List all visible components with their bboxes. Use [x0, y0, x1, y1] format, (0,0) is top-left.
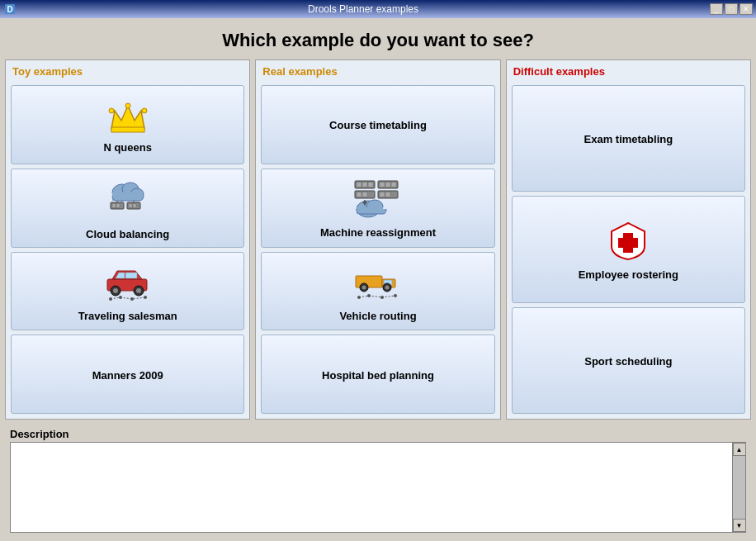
title-bar-buttons: _ □ ✕ [710, 3, 753, 15]
machine-reassignment-card[interactable]: Machine reassignment [261, 168, 494, 248]
difficult-examples-title: Difficult examples [512, 65, 745, 78]
employee-rostering-card[interactable]: Employee rostering [512, 196, 745, 302]
svg-point-54 [361, 286, 366, 290]
svg-rect-43 [380, 192, 385, 197]
scroll-up-button[interactable]: ▲ [733, 443, 746, 456]
cloud-icon [104, 178, 152, 225]
real-examples-column: Real examples Course timetabling [255, 59, 500, 420]
traveling-salesman-label: Traveling salesman [78, 310, 177, 322]
svg-rect-62 [618, 238, 638, 248]
n-queens-label: N queens [103, 141, 152, 154]
manners-2009-label: Manners 2009 [92, 369, 163, 382]
real-examples-title: Real examples [261, 65, 494, 78]
svg-point-24 [113, 288, 118, 293]
svg-rect-44 [385, 192, 390, 197]
close-button[interactable]: ✕ [739, 3, 753, 15]
maximize-button[interactable]: □ [725, 3, 738, 15]
manners-2009-card[interactable]: Manners 2009 [11, 335, 244, 414]
svg-rect-37 [385, 182, 390, 187]
svg-rect-40 [357, 192, 361, 197]
exam-timetabling-card[interactable]: Exam timetabling [512, 85, 745, 192]
svg-rect-32 [357, 182, 361, 187]
course-timetabling-card[interactable]: Course timetabling [261, 85, 494, 164]
svg-rect-38 [391, 182, 396, 187]
svg-rect-15 [129, 203, 132, 207]
scroll-track[interactable] [733, 456, 745, 519]
hospital-bed-planning-card[interactable]: Hospital bed planning [261, 335, 494, 414]
cross-icon [605, 220, 651, 265]
svg-text:D: D [7, 5, 12, 14]
svg-rect-13 [116, 203, 120, 207]
page-title: Which example do you want to see? [5, 30, 751, 51]
description-box: ▲ ▼ [10, 442, 746, 533]
title-bar: D Drools Planner examples _ □ ✕ [0, 0, 756, 18]
svg-point-6 [142, 108, 147, 113]
car-icon [104, 261, 152, 306]
svg-rect-3 [111, 127, 144, 132]
title-bar-text: Drools Planner examples [17, 3, 710, 15]
svg-rect-50 [356, 276, 382, 287]
svg-point-56 [385, 286, 389, 290]
n-queens-card[interactable]: N queens [11, 85, 244, 164]
svg-point-26 [136, 288, 141, 293]
examples-container: Toy examples N queens [5, 59, 751, 420]
truck-icon [354, 261, 402, 306]
exam-timetabling-label: Exam timetabling [584, 133, 673, 145]
machine-reassignment-label: Machine reassignment [320, 226, 436, 239]
svg-point-5 [125, 103, 130, 108]
sport-scheduling-label: Sport scheduling [584, 355, 672, 368]
svg-rect-36 [380, 182, 385, 187]
description-label: Description [10, 428, 746, 440]
traveling-salesman-card[interactable]: Traveling salesman [11, 252, 244, 331]
svg-rect-34 [368, 182, 373, 187]
employee-rostering-label: Employee rostering [579, 268, 678, 281]
window-icon: D [3, 2, 17, 16]
svg-rect-16 [133, 203, 136, 207]
cloud-balancing-card[interactable]: Cloud balancing [11, 168, 244, 248]
vehicle-routing-label: Vehicle routing [339, 310, 416, 322]
toy-examples-column: Toy examples N queens [5, 59, 250, 420]
description-area: Description ▲ ▼ [5, 425, 751, 536]
svg-marker-2 [111, 106, 144, 129]
vehicle-routing-card[interactable]: Vehicle routing [261, 252, 494, 331]
toy-examples-title: Toy examples [11, 65, 244, 78]
svg-rect-41 [362, 192, 367, 197]
hospital-bed-planning-label: Hospital bed planning [322, 369, 434, 382]
scroll-down-button[interactable]: ▼ [733, 519, 746, 532]
crown-icon [106, 97, 149, 138]
description-text[interactable] [11, 443, 732, 532]
cloud-balancing-label: Cloud balancing [86, 228, 169, 240]
svg-rect-12 [112, 203, 116, 207]
main-content: Which example do you want to see? Toy ex… [0, 18, 756, 541]
scrollbar-vertical[interactable]: ▲ ▼ [732, 443, 745, 532]
servers-icon [353, 179, 403, 223]
sport-scheduling-card[interactable]: Sport scheduling [512, 307, 745, 414]
minimize-button[interactable]: _ [710, 3, 723, 15]
svg-rect-22 [125, 273, 137, 278]
difficult-examples-column: Difficult examples Exam timetabling Empl… [506, 59, 751, 420]
course-timetabling-label: Course timetabling [329, 119, 427, 131]
svg-rect-33 [362, 182, 367, 187]
svg-point-4 [109, 108, 114, 113]
